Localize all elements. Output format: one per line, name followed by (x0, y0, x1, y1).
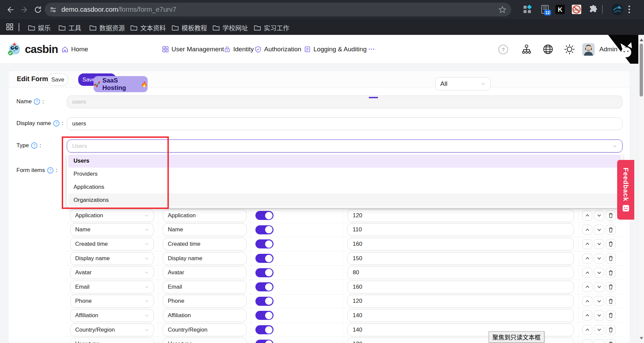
help-tooltip-icon[interactable]: ? (31, 142, 38, 149)
visible-toggle[interactable] (255, 211, 274, 220)
item-name-select[interactable]: Created time (70, 238, 154, 250)
help-tooltip-icon[interactable]: ? (53, 120, 60, 127)
move-up-button[interactable] (582, 239, 592, 249)
scroll-down-arrow[interactable] (639, 336, 644, 341)
width-input[interactable]: 120 (347, 209, 574, 222)
organization-select[interactable]: All (435, 77, 491, 91)
nav-item-saas-hosting[interactable]: 🚀 SaaS Hosting 🔥 (94, 76, 148, 92)
item-name-select[interactable]: Country/Region (70, 324, 154, 336)
item-display-name-select[interactable]: Application (163, 209, 247, 222)
item-display-name-select[interactable]: Country/Region (163, 324, 247, 336)
delete-button[interactable] (606, 282, 616, 292)
feedback-tab[interactable]: Feedback (617, 160, 634, 220)
delete-button[interactable] (606, 310, 616, 321)
item-name-select[interactable]: Name (70, 223, 154, 236)
save-button[interactable]: Save (48, 73, 68, 86)
item-display-name-select[interactable]: Phone (163, 295, 247, 307)
item-name-select[interactable]: Email (70, 281, 154, 293)
delete-button[interactable] (606, 268, 616, 278)
delete-button[interactable] (606, 211, 616, 221)
move-up-button[interactable] (582, 310, 592, 321)
item-display-name-select[interactable]: Affiliation (163, 309, 247, 322)
help-tooltip-icon[interactable]: ? (47, 167, 54, 174)
move-down-button[interactable] (594, 282, 604, 292)
cat-extension-overlay[interactable] (605, 35, 638, 64)
casbin-logo[interactable]: casbin (7, 35, 58, 64)
extension-url-blocker-icon[interactable]: URL (572, 4, 582, 14)
url-bar[interactable]: demo.casdoor.com/forms/form_e7urv7 (45, 3, 511, 16)
bookmark-folder-item[interactable]: 工具 (58, 23, 81, 32)
nav-item-authorization[interactable]: Authorization (255, 35, 301, 64)
move-up-button[interactable] (582, 253, 592, 264)
delete-button[interactable] (606, 239, 616, 249)
apps-grid-icon[interactable] (6, 23, 13, 31)
help-button[interactable]: ? (498, 35, 508, 64)
item-name-select[interactable]: Display name (70, 252, 154, 265)
delete-button[interactable] (606, 339, 616, 343)
visible-toggle[interactable] (255, 325, 274, 334)
delete-button[interactable] (606, 325, 616, 335)
sitemap-button[interactable] (521, 35, 532, 64)
type-select[interactable]: Users (67, 139, 623, 153)
item-name-select[interactable]: Avatar (70, 266, 154, 279)
item-display-name-select[interactable]: User type (163, 338, 247, 343)
bookmark-folder-item[interactable]: 学校网址 (212, 23, 248, 32)
item-name-select[interactable]: Phone (70, 295, 154, 307)
width-input[interactable]: 150 (347, 252, 574, 265)
move-down-button[interactable] (594, 253, 604, 264)
extension-tabs-icon[interactable]: 12 (539, 4, 552, 16)
bookmark-folder-item[interactable]: 模板教程 (171, 23, 207, 32)
width-input[interactable]: 120 (347, 295, 574, 307)
extensions-puzzle-icon[interactable] (588, 4, 598, 14)
type-option[interactable]: Users (68, 155, 621, 168)
site-info-icon[interactable] (49, 6, 57, 13)
width-input[interactable]: 110 (347, 223, 574, 236)
move-down-button[interactable] (594, 310, 604, 321)
move-up-button[interactable] (582, 282, 592, 292)
visible-toggle[interactable] (255, 297, 274, 306)
visible-toggle[interactable] (255, 239, 274, 248)
visible-toggle[interactable] (255, 311, 274, 320)
delete-button[interactable] (606, 253, 616, 264)
extension-squares-icon[interactable] (522, 4, 532, 14)
move-up-button[interactable] (582, 225, 592, 235)
move-up-button[interactable] (582, 339, 592, 343)
nav-item-identity[interactable]: Identity (224, 35, 254, 64)
delete-button[interactable] (606, 225, 616, 235)
move-up-button[interactable] (582, 296, 592, 306)
help-tooltip-icon[interactable]: ? (34, 98, 40, 105)
item-display-name-select[interactable]: Created time (163, 238, 247, 250)
move-down-button[interactable] (594, 296, 604, 306)
scroll-up-arrow[interactable] (639, 38, 644, 42)
scrollbar-thumb[interactable] (640, 44, 643, 97)
item-display-name-select[interactable]: Email (163, 281, 247, 293)
width-input[interactable]: 140 (347, 309, 574, 322)
visible-toggle[interactable] (255, 268, 274, 277)
move-down-button[interactable] (594, 339, 604, 343)
visible-toggle[interactable] (255, 340, 274, 343)
item-name-select[interactable]: Application (70, 209, 154, 222)
delete-button[interactable] (606, 296, 616, 306)
item-display-name-select[interactable]: Name (163, 223, 247, 236)
move-up-button[interactable] (582, 325, 592, 335)
item-name-select[interactable]: Affiliation (70, 309, 154, 322)
display-name-input[interactable]: users (67, 117, 623, 130)
type-option[interactable]: Applications (68, 181, 621, 194)
nav-item-more[interactable]: ··· (368, 35, 375, 64)
language-button[interactable] (542, 35, 554, 64)
width-input[interactable]: 80 (347, 266, 574, 279)
back-button[interactable] (5, 4, 16, 15)
move-down-button[interactable] (594, 225, 604, 235)
scrollbar[interactable] (638, 35, 644, 343)
forward-button[interactable] (18, 4, 30, 15)
move-down-button[interactable] (594, 211, 604, 221)
theme-toggle-button[interactable] (564, 35, 575, 64)
item-name-select[interactable]: User type (70, 338, 154, 343)
width-input[interactable]: 160 (347, 238, 574, 250)
type-option[interactable]: Organizations (68, 193, 621, 207)
visible-toggle[interactable] (255, 254, 274, 263)
item-display-name-select[interactable]: Display name (163, 252, 247, 265)
browser-menu-icon[interactable] (628, 5, 630, 13)
type-option[interactable]: Providers (68, 168, 621, 181)
nav-item-home[interactable]: Home (61, 35, 88, 64)
